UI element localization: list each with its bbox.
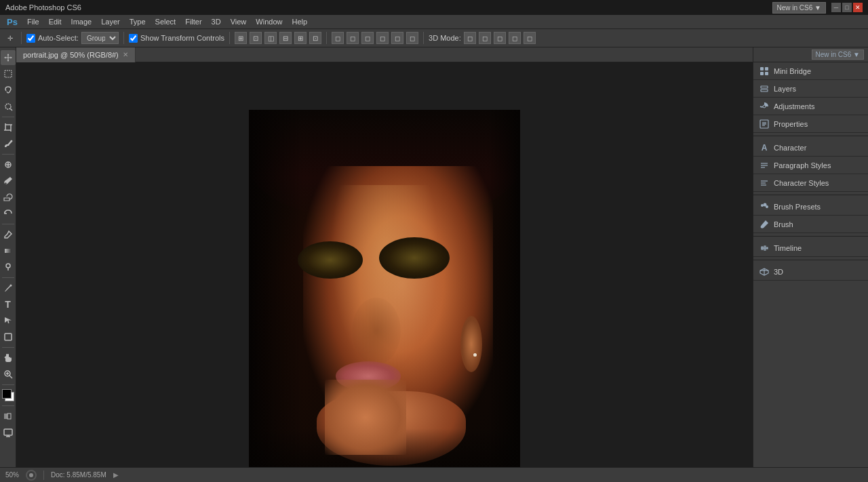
brush-tool[interactable] xyxy=(1,174,16,188)
character-styles-icon xyxy=(759,178,770,188)
menu-file[interactable]: File xyxy=(23,16,43,27)
menu-bar: Ps File Edit Image Layer Type Select Fil… xyxy=(0,15,868,28)
align-right-btn[interactable]: ◫ xyxy=(264,32,277,44)
distribute-mid-btn[interactable]: ◻ xyxy=(391,32,403,44)
menu-help[interactable]: Help xyxy=(288,16,311,27)
panel-character-styles[interactable]: Character Styles xyxy=(753,174,868,192)
options-separator-2 xyxy=(123,32,124,44)
distribute-left-btn[interactable]: ◻ xyxy=(332,32,344,44)
panel-paragraph-styles[interactable]: Paragraph Styles xyxy=(753,157,868,174)
status-arrow[interactable]: ▶ xyxy=(113,471,119,479)
menu-view[interactable]: View xyxy=(226,16,251,27)
restore-button[interactable]: □ xyxy=(842,3,852,12)
title-bar-controls: ─ □ ✕ xyxy=(831,3,863,12)
3d-mode-btn-4[interactable]: ◻ xyxy=(509,32,521,44)
svg-rect-21 xyxy=(4,429,12,435)
ps-logo[interactable]: Ps xyxy=(3,16,22,28)
panel-brush-presets[interactable]: Brush Presets xyxy=(753,198,868,216)
3d-mode-btn-2[interactable]: ◻ xyxy=(479,32,491,44)
portrait-image xyxy=(249,110,520,467)
status-zoom[interactable]: 50% xyxy=(5,471,19,479)
character-label: Character xyxy=(774,144,806,152)
panel-properties[interactable]: Properties xyxy=(753,115,868,133)
3d-mode-btn-3[interactable]: ◻ xyxy=(494,32,506,44)
screen-mode-btn[interactable] xyxy=(1,425,16,440)
panel-timeline[interactable]: Timeline xyxy=(753,239,868,257)
shape-tool[interactable] xyxy=(1,329,16,344)
distribute-center-btn[interactable]: ◻ xyxy=(347,32,359,44)
document-tab-close[interactable]: ✕ xyxy=(123,51,128,58)
title-bar: Adobe Photoshop CS6 New in CS6 ▼ ─ □ ✕ xyxy=(0,0,868,15)
autoselect-select[interactable]: Group Layer xyxy=(81,32,119,44)
options-separator-3 xyxy=(229,32,230,44)
marquee-tool[interactable] xyxy=(1,66,16,81)
quick-select-tool[interactable] xyxy=(1,99,16,114)
zoom-tool[interactable] xyxy=(1,367,16,382)
history-brush-tool[interactable] xyxy=(1,206,16,221)
new-in-cs6-label[interactable]: New in CS6 ▼ xyxy=(772,2,826,14)
status-bar: 50% Doc: 5.85M/5.85M ▶ xyxy=(0,467,868,482)
clone-stamp-tool[interactable] xyxy=(1,190,16,205)
type-tool[interactable]: T xyxy=(1,297,16,312)
new-in-cs6-panel-label[interactable]: New in CS6 ▼ xyxy=(812,49,864,60)
3d-mode-btn-1[interactable]: ◻ xyxy=(464,32,476,44)
svg-rect-47 xyxy=(767,247,768,249)
menu-edit[interactable]: Edit xyxy=(45,16,66,27)
menu-select[interactable]: Select xyxy=(151,16,180,27)
distribute-right-btn[interactable]: ◻ xyxy=(361,32,374,44)
menu-image[interactable]: Image xyxy=(67,16,96,27)
menu-3d[interactable]: 3D xyxy=(208,16,225,27)
distribute-bot-btn[interactable]: ◻ xyxy=(406,32,418,44)
eraser-tool[interactable] xyxy=(1,227,16,242)
align-top-btn[interactable]: ⊟ xyxy=(279,32,292,44)
mini-bridge-label: Mini Bridge xyxy=(774,67,811,75)
align-bottom-btn[interactable]: ⊡ xyxy=(309,32,321,44)
crop-tool[interactable] xyxy=(1,120,16,135)
align-center-btn[interactable]: ⊡ xyxy=(250,32,262,44)
foreground-color[interactable] xyxy=(2,389,12,399)
panel-3d[interactable]: 3D xyxy=(753,263,868,281)
transform-controls-checkbox[interactable] xyxy=(129,34,138,43)
close-button[interactable]: ✕ xyxy=(853,3,863,12)
panel-mini-bridge[interactable]: Mini Bridge xyxy=(753,62,868,80)
lasso-tool[interactable] xyxy=(1,83,16,98)
document-tab[interactable]: portrait.jpg @ 50% (RGB/8#) ✕ xyxy=(16,47,136,62)
autoselect-checkbox[interactable] xyxy=(26,34,35,43)
panel-layers[interactable]: Layers xyxy=(753,80,868,98)
panel-separator-2 xyxy=(753,195,868,195)
panel-character[interactable]: A Character xyxy=(753,139,868,157)
healing-brush-tool[interactable] xyxy=(1,157,16,172)
move-tool[interactable] xyxy=(1,50,16,65)
align-left-btn[interactable]: ⊞ xyxy=(235,32,247,44)
align-middle-btn[interactable]: ⊞ xyxy=(294,32,307,44)
menu-window[interactable]: Window xyxy=(252,16,286,27)
layers-label: Layers xyxy=(774,85,796,93)
brush-panel-icon xyxy=(759,219,770,230)
menu-layer[interactable]: Layer xyxy=(97,16,124,27)
panel-adjustments[interactable]: Adjustments xyxy=(753,98,868,115)
3d-mode-btn-5[interactable]: ◻ xyxy=(524,32,536,44)
menu-type[interactable]: Type xyxy=(125,16,150,27)
tool-separator-2 xyxy=(2,154,14,155)
brush-label: Brush xyxy=(774,220,793,228)
gradient-tool[interactable] xyxy=(1,243,16,258)
eyedropper-tool[interactable] xyxy=(1,136,16,151)
hand-tool[interactable] xyxy=(1,350,16,365)
svg-rect-24 xyxy=(760,67,764,71)
canvas-workspace[interactable] xyxy=(16,62,753,467)
minimize-button[interactable]: ─ xyxy=(831,3,841,12)
path-select-tool[interactable] xyxy=(1,313,16,328)
3d-mode-label: 3D Mode: xyxy=(429,34,461,42)
pen-tool[interactable] xyxy=(1,281,16,296)
document-tab-bar: portrait.jpg @ 50% (RGB/8#) ✕ xyxy=(16,47,753,62)
move-tool-icon: ✛ xyxy=(4,32,16,44)
svg-rect-0 xyxy=(5,71,12,77)
distribute-top-btn[interactable]: ◻ xyxy=(376,32,389,44)
menu-filter[interactable]: Filter xyxy=(181,16,205,27)
canvas-area[interactable]: portrait.jpg @ 50% (RGB/8#) ✕ xyxy=(16,47,753,467)
quick-mask-btn[interactable] xyxy=(1,409,16,424)
dodge-tool[interactable] xyxy=(1,260,16,275)
panel-brush[interactable]: Brush xyxy=(753,216,868,233)
color-swatch[interactable] xyxy=(2,389,14,401)
photo-canvas[interactable] xyxy=(249,110,520,467)
